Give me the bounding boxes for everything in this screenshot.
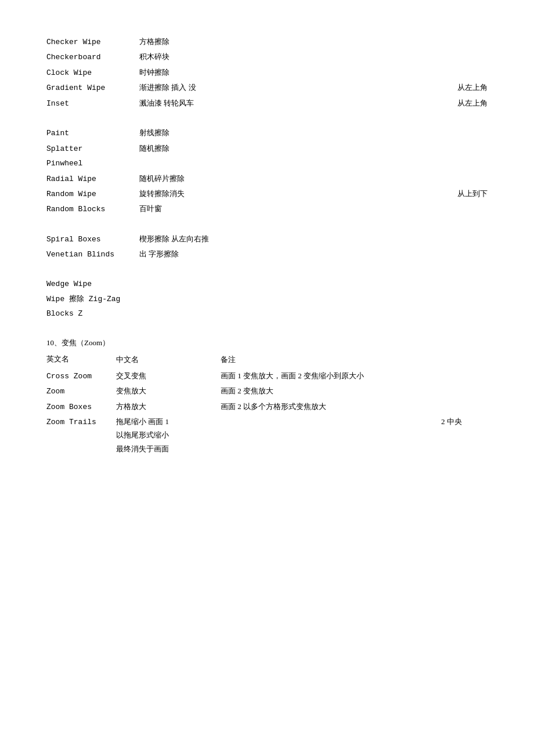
wipe-en-spiral-boxes: Spiral Boxes xyxy=(46,233,139,246)
wipe-en-wipe-zigzag: Wipe 擦除 Zig-Zag xyxy=(46,292,139,306)
wipe-row-spiral-boxes: Spiral Boxes 楔形擦除 从左向右推 xyxy=(46,232,488,246)
wipe-row-splatter: Splatter 随机擦除 xyxy=(46,142,488,155)
wipe-note-random-wipe: 从上到下 xyxy=(457,187,488,200)
wipe-row-blank2 xyxy=(46,218,488,231)
zoom-note-cross-zoom: 画面 1 变焦放大，画面 2 变焦缩小到原大小 xyxy=(174,369,488,382)
zoom-note-zoom-boxes: 画面 2 以多个方格形式变焦放大 xyxy=(174,400,488,413)
wipe-zh-checker-wipe: 方格擦除 xyxy=(139,35,488,48)
wipe-zh-spiral-boxes: 楔形擦除 从左向右推 xyxy=(139,232,488,245)
wipe-zh-gradient-wipe: 渐进擦除 插入 没 xyxy=(139,81,446,94)
wipe-zh-checkerboard: 积木碎块 xyxy=(139,50,488,63)
wipe-row-radial-wipe: Radial Wipe 随机碎片擦除 xyxy=(46,172,488,186)
zoom-en-zoom: Zoom xyxy=(46,385,116,398)
wipe-en-wedge-wipe: Wedge Wipe xyxy=(46,277,139,291)
wipe-zh-splatter: 随机擦除 xyxy=(139,142,488,155)
wipe-en-blocks-z: Blocks Z xyxy=(46,307,139,320)
wipe-row-pinwheel: Pinwheel xyxy=(46,157,488,170)
wipe-zh-radial-wipe: 随机碎片擦除 xyxy=(139,172,488,185)
wipe-en-radial-wipe: Radial Wipe xyxy=(46,172,139,186)
zoom-section-header: 10、变焦（Zoom） xyxy=(46,338,488,348)
zoom-row-zoom: Zoom 变焦放大 画面 2 变焦放大 xyxy=(46,384,488,398)
zoom-zh-cross-zoom: 交叉变焦 xyxy=(116,369,174,382)
zoom-row-cross-zoom: Cross Zoom 交叉变焦 画面 1 变焦放大，画面 2 变焦缩小到原大小 xyxy=(46,369,488,383)
main-content: Checker Wipe 方格擦除 Checkerboard 积木碎块 Cloc… xyxy=(46,35,488,455)
zoom-zh-zoom-trails: 拖尾缩小 画面 1 以拖尾形式缩小最终消失于画面 xyxy=(116,415,174,455)
wipe-table: Checker Wipe 方格擦除 Checkerboard 积木碎块 Cloc… xyxy=(46,35,488,320)
zoom-en-cross-zoom: Cross Zoom xyxy=(46,370,116,383)
wipe-en-gradient-wipe: Gradient Wipe xyxy=(46,81,139,95)
wipe-row-clock-wipe: Clock Wipe 时钟擦除 xyxy=(46,66,488,79)
wipe-zh-random-wipe: 旋转擦除消失 xyxy=(139,187,446,200)
wipe-en-venetian-blinds: Venetian Blinds xyxy=(46,248,139,261)
wipe-row-blocks-z: Blocks Z xyxy=(46,307,488,320)
wipe-en-splatter: Splatter xyxy=(46,142,139,155)
wipe-zh-inset: 溅油漆 转轮风车 xyxy=(139,96,440,110)
wipe-note-gradient-wipe: 从左上角 xyxy=(457,81,488,94)
zoom-section: 10、变焦（Zoom） 英文名 中文名 备注 Cross Zoom 交叉变焦 画… xyxy=(46,338,488,455)
wipe-row-inset: Inset 溅油漆 转轮风车 从左上角 xyxy=(46,96,488,110)
wipe-row-paint: Paint 射线擦除 xyxy=(46,126,488,140)
zoom-zh-zoom: 变焦放大 xyxy=(116,384,174,397)
wipe-en-random-wipe: Random Wipe xyxy=(46,187,139,201)
wipe-zh-clock-wipe: 时钟擦除 xyxy=(139,66,488,79)
zoom-row-zoom-boxes: Zoom Boxes 方格放大 画面 2 以多个方格形式变焦放大 xyxy=(46,400,488,414)
wipe-en-random-blocks: Random Blocks xyxy=(46,202,139,216)
wipe-en-checker-wipe: Checker Wipe xyxy=(46,35,139,49)
wipe-row-wedge-wipe: Wedge Wipe xyxy=(46,277,488,291)
wipe-row-checkerboard: Checkerboard 积木碎块 xyxy=(46,50,488,64)
wipe-zh-paint: 射线擦除 xyxy=(139,126,488,139)
wipe-note-inset: 从左上角 xyxy=(457,96,488,110)
zoom-en-zoom-boxes: Zoom Boxes xyxy=(46,400,116,414)
wipe-zh-random-blocks: 百叶窗 xyxy=(139,202,488,215)
wipe-row-blank1 xyxy=(46,111,488,125)
wipe-en-checkerboard: Checkerboard xyxy=(46,50,139,64)
zoom-row-zoom-trails: Zoom Trails 拖尾缩小 画面 1 以拖尾形式缩小最终消失于画面 2 中… xyxy=(46,415,488,455)
wipe-row-random-wipe: Random Wipe 旋转擦除消失 从上到下 xyxy=(46,187,488,201)
zoom-header-row: 英文名 中文名 备注 xyxy=(46,353,488,366)
wipe-en-paint: Paint xyxy=(46,126,139,140)
wipe-row-gradient-wipe: Gradient Wipe 渐进擦除 插入 没 从左上角 xyxy=(46,81,488,95)
zoom-extra-zoom-trails: 2 中央 xyxy=(441,415,488,428)
zoom-col-header-en: 英文名 xyxy=(46,353,116,366)
zoom-note-zoom: 画面 2 变焦放大 xyxy=(174,384,488,397)
wipe-zh-venetian-blinds: 出 字形擦除 xyxy=(139,247,488,261)
wipe-en-inset: Inset xyxy=(46,97,139,110)
wipe-row-checker-wipe: Checker Wipe 方格擦除 xyxy=(46,35,488,49)
zoom-col-header-note: 备注 xyxy=(174,353,488,366)
zoom-zh-zoom-boxes: 方格放大 xyxy=(116,400,174,413)
wipe-row-wipe-zigzag: Wipe 擦除 Zig-Zag xyxy=(46,292,488,306)
wipe-en-clock-wipe: Clock Wipe xyxy=(46,66,139,79)
zoom-en-zoom-trails: Zoom Trails xyxy=(46,415,116,429)
wipe-row-blank3 xyxy=(46,263,488,276)
zoom-col-header-zh: 中文名 xyxy=(116,353,174,366)
wipe-en-pinwheel: Pinwheel xyxy=(46,157,139,170)
wipe-row-random-blocks: Random Blocks 百叶窗 xyxy=(46,202,488,216)
wipe-row-venetian-blinds: Venetian Blinds 出 字形擦除 xyxy=(46,247,488,261)
